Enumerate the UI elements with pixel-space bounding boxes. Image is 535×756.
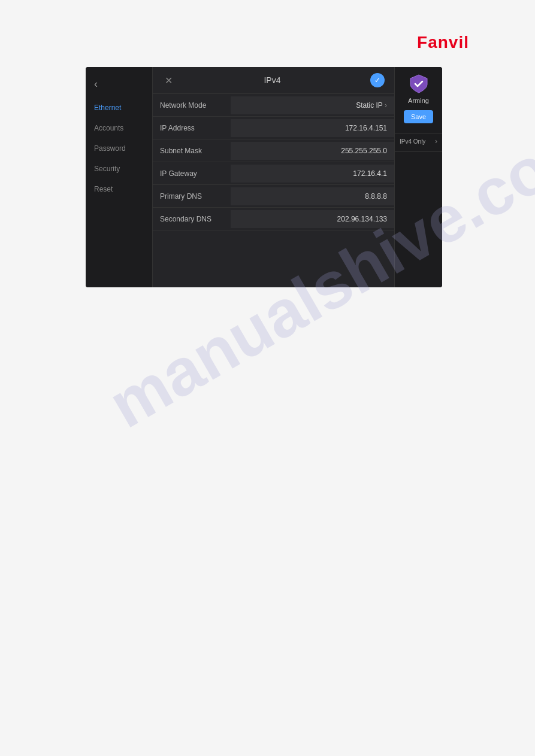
ip-address-label: IP Address <box>153 119 231 137</box>
sidebar-item-password[interactable]: Password <box>86 138 152 159</box>
secondary-dns-label: Secondary DNS <box>153 210 231 228</box>
sidebar: ‹ Ethernet Accounts Password Security Re… <box>86 67 153 287</box>
form-row-primary-dns[interactable]: Primary DNS 8.8.8.8 <box>153 185 394 208</box>
ip-gateway-label: IP Gateway <box>153 165 231 183</box>
subnet-mask-label: Subnet Mask <box>153 142 231 160</box>
primary-dns-label: Primary DNS <box>153 187 231 205</box>
right-panel: Arming Save IPv4 Only › <box>394 67 442 287</box>
sidebar-item-reset[interactable]: Reset <box>86 179 152 199</box>
back-button[interactable]: ‹ <box>86 74 152 98</box>
sidebar-item-ethernet[interactable]: Ethernet <box>86 98 152 118</box>
form-area: Network Mode Static IP IP Address 172.16… <box>153 94 394 287</box>
network-mode-value[interactable]: Static IP <box>231 96 394 114</box>
sidebar-item-security[interactable]: Security <box>86 159 152 179</box>
ipv4-only-row[interactable]: IPv4 Only › <box>395 133 442 149</box>
arming-icon <box>408 73 430 95</box>
form-row-ip-gateway[interactable]: IP Gateway 172.16.4.1 <box>153 162 394 185</box>
ip-gateway-value[interactable]: 172.16.4.1 <box>231 165 394 183</box>
device-screen: ‹ Ethernet Accounts Password Security Re… <box>86 67 442 287</box>
ipv4-header: ✕ IPv4 ✓ <box>153 67 394 94</box>
form-row-network-mode[interactable]: Network Mode Static IP <box>153 94 394 117</box>
save-button[interactable]: Save <box>404 110 433 123</box>
sidebar-item-accounts[interactable]: Accounts <box>86 118 152 138</box>
primary-dns-value[interactable]: 8.8.8.8 <box>231 187 394 205</box>
main-content: ✕ IPv4 ✓ Network Mode Static IP IP Ad <box>153 67 394 287</box>
ipv4-only-arrow-icon: › <box>435 137 437 145</box>
arming-label: Arming <box>408 97 429 104</box>
confirm-button[interactable]: ✓ <box>370 73 385 87</box>
form-row-ip-address[interactable]: IP Address 172.16.4.151 <box>153 117 394 139</box>
form-row-subnet-mask[interactable]: Subnet Mask 255.255.255.0 <box>153 139 394 162</box>
ipv4-title: IPv4 <box>264 75 280 85</box>
network-mode-label: Network Mode <box>153 96 231 114</box>
subnet-mask-value[interactable]: 255.255.255.0 <box>231 142 394 160</box>
form-row-secondary-dns[interactable]: Secondary DNS 202.96.134.133 <box>153 208 394 230</box>
fanvil-logo: Fanvil <box>417 33 469 52</box>
ip-address-value[interactable]: 172.16.4.151 <box>231 119 394 137</box>
secondary-dns-value[interactable]: 202.96.134.133 <box>231 210 394 228</box>
ipv4-only-label: IPv4 Only <box>400 138 425 145</box>
right-panel-divider <box>395 151 442 152</box>
close-button[interactable]: ✕ <box>162 75 174 86</box>
